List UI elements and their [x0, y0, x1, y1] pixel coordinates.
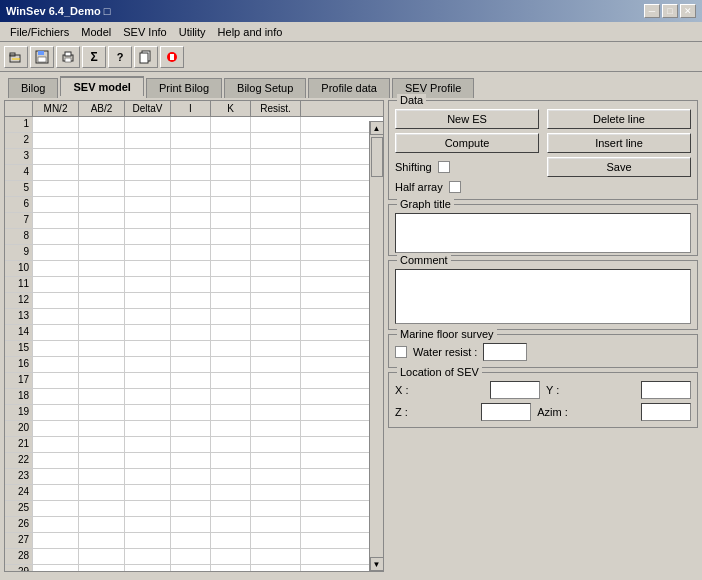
table-row[interactable]: 20 [5, 421, 383, 437]
cell-resist[interactable] [251, 117, 301, 132]
save-button[interactable]: Save [547, 157, 691, 177]
cell-mn2[interactable] [33, 229, 79, 244]
cell-resist[interactable] [251, 565, 301, 571]
cell-k[interactable] [211, 517, 251, 532]
table-row[interactable]: 22 [5, 453, 383, 469]
cell-mn2[interactable] [33, 405, 79, 420]
y-input[interactable] [641, 381, 691, 399]
cell-ab2[interactable] [79, 277, 125, 292]
cell-ab2[interactable] [79, 501, 125, 516]
table-row[interactable]: 23 [5, 469, 383, 485]
cell-resist[interactable] [251, 437, 301, 452]
cell-i[interactable] [171, 133, 211, 148]
cell-k[interactable] [211, 325, 251, 340]
cell-i[interactable] [171, 453, 211, 468]
cell-k[interactable] [211, 181, 251, 196]
table-row[interactable]: 25 [5, 501, 383, 517]
cell-k[interactable] [211, 277, 251, 292]
cell-k[interactable] [211, 469, 251, 484]
cell-deltav[interactable] [125, 149, 171, 164]
cell-resist[interactable] [251, 261, 301, 276]
cell-k[interactable] [211, 501, 251, 516]
cell-k[interactable] [211, 229, 251, 244]
z-input[interactable] [481, 403, 531, 421]
cell-resist[interactable] [251, 149, 301, 164]
cell-mn2[interactable] [33, 149, 79, 164]
cell-deltav[interactable] [125, 517, 171, 532]
table-row[interactable]: 21 [5, 437, 383, 453]
x-input[interactable] [490, 381, 540, 399]
cell-ab2[interactable] [79, 293, 125, 308]
menu-file[interactable]: File/Fichiers [4, 24, 75, 40]
cell-mn2[interactable] [33, 133, 79, 148]
cell-resist[interactable] [251, 197, 301, 212]
vertical-scrollbar[interactable]: ▲ ▼ [369, 121, 383, 571]
cell-mn2[interactable] [33, 485, 79, 500]
cell-deltav[interactable] [125, 309, 171, 324]
cell-deltav[interactable] [125, 341, 171, 356]
cell-mn2[interactable] [33, 357, 79, 372]
cell-resist[interactable] [251, 357, 301, 372]
cell-k[interactable] [211, 421, 251, 436]
cell-mn2[interactable] [33, 453, 79, 468]
cell-i[interactable] [171, 389, 211, 404]
cell-i[interactable] [171, 485, 211, 500]
cell-i[interactable] [171, 293, 211, 308]
cell-resist[interactable] [251, 165, 301, 180]
cell-resist[interactable] [251, 181, 301, 196]
cell-deltav[interactable] [125, 213, 171, 228]
cell-i[interactable] [171, 213, 211, 228]
cell-deltav[interactable] [125, 325, 171, 340]
cell-deltav[interactable] [125, 245, 171, 260]
comment-input[interactable] [395, 269, 691, 324]
cell-ab2[interactable] [79, 245, 125, 260]
cell-ab2[interactable] [79, 165, 125, 180]
cell-ab2[interactable] [79, 469, 125, 484]
cell-deltav[interactable] [125, 565, 171, 571]
cell-deltav[interactable] [125, 405, 171, 420]
delete-line-button[interactable]: Delete line [547, 109, 691, 129]
cell-ab2[interactable] [79, 357, 125, 372]
toolbar-sigma-icon[interactable]: Σ [82, 46, 106, 68]
cell-i[interactable] [171, 197, 211, 212]
cell-resist[interactable] [251, 501, 301, 516]
table-row[interactable]: 15 [5, 341, 383, 357]
cell-ab2[interactable] [79, 197, 125, 212]
cell-mn2[interactable] [33, 341, 79, 356]
cell-resist[interactable] [251, 453, 301, 468]
cell-mn2[interactable] [33, 197, 79, 212]
tab-sev-model[interactable]: SEV model [60, 76, 143, 96]
table-row[interactable]: 6 [5, 197, 383, 213]
cell-deltav[interactable] [125, 133, 171, 148]
cell-mn2[interactable] [33, 325, 79, 340]
cell-i[interactable] [171, 245, 211, 260]
cell-resist[interactable] [251, 293, 301, 308]
cell-i[interactable] [171, 357, 211, 372]
cell-k[interactable] [211, 373, 251, 388]
table-row[interactable]: 14 [5, 325, 383, 341]
scroll-thumb[interactable] [371, 137, 383, 177]
cell-mn2[interactable] [33, 181, 79, 196]
cell-ab2[interactable] [79, 325, 125, 340]
cell-i[interactable] [171, 565, 211, 571]
cell-k[interactable] [211, 309, 251, 324]
graph-title-input[interactable] [395, 213, 691, 253]
cell-ab2[interactable] [79, 229, 125, 244]
menu-utility[interactable]: Utility [173, 24, 212, 40]
cell-k[interactable] [211, 533, 251, 548]
cell-resist[interactable] [251, 469, 301, 484]
cell-resist[interactable] [251, 325, 301, 340]
cell-mn2[interactable] [33, 437, 79, 452]
cell-deltav[interactable] [125, 357, 171, 372]
toolbar-open-icon[interactable] [4, 46, 28, 68]
cell-mn2[interactable] [33, 293, 79, 308]
cell-i[interactable] [171, 405, 211, 420]
cell-i[interactable] [171, 421, 211, 436]
cell-resist[interactable] [251, 309, 301, 324]
cell-deltav[interactable] [125, 261, 171, 276]
cell-ab2[interactable] [79, 181, 125, 196]
cell-mn2[interactable] [33, 213, 79, 228]
table-row[interactable]: 18 [5, 389, 383, 405]
cell-deltav[interactable] [125, 293, 171, 308]
toolbar-help-icon[interactable]: ? [108, 46, 132, 68]
